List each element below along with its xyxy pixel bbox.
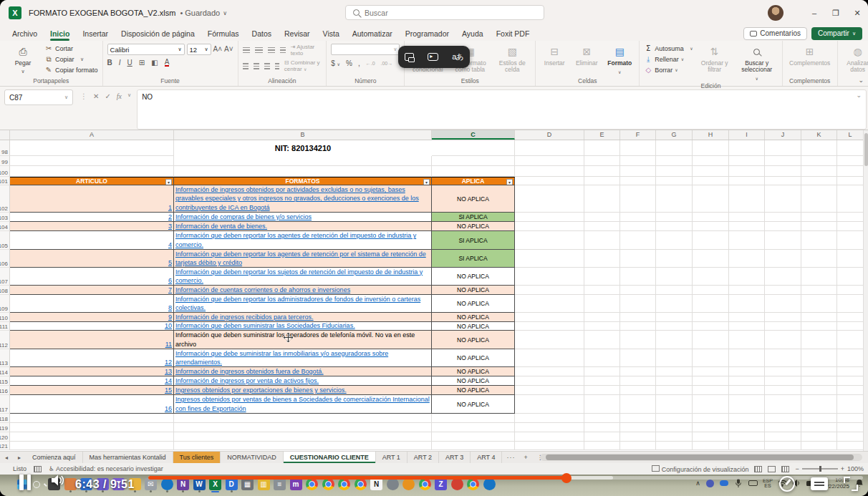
cell-L117[interactable] [837,395,864,414]
delete-cells-button[interactable]: ⊠Eliminar [572,44,602,67]
cell-F104[interactable] [620,222,656,231]
cell-I98[interactable] [729,140,765,156]
cell-D106[interactable] [515,250,584,268]
cell-K114[interactable] [801,367,837,376]
column-header-J[interactable]: J [765,130,801,140]
microphone-tray-icon[interactable] [734,479,743,488]
cell-G106[interactable] [656,250,693,268]
cell-I102[interactable] [729,185,765,213]
menu-tab-vista[interactable]: Vista [317,27,346,40]
cell-B105[interactable]: Información que deben reportar los agent… [174,231,432,250]
cell-A104[interactable]: 3 [10,222,174,231]
insert-cells-button[interactable]: ⊟Insertar [540,44,569,67]
zoom-out-button[interactable]: − [795,465,799,472]
cell-L111[interactable] [837,322,864,331]
format-link[interactable]: Información que deben reportar los admin… [175,295,430,312]
cell-I111[interactable] [729,322,765,331]
taskbar-icon-11[interactable]: W [193,478,206,490]
row-header-110[interactable]: 110 [0,313,10,322]
cell-B103[interactable]: Información de compras de bienes y/o ser… [174,213,432,222]
cell-G110[interactable] [656,313,693,322]
cell-F99[interactable] [620,156,656,166]
aplica-value[interactable]: SI APLICA [432,231,515,250]
cell-A111[interactable]: 10 [10,322,174,331]
cell-A102[interactable]: 1 [10,185,174,213]
menu-tab-datos[interactable]: Datos [246,27,278,40]
row-header-102[interactable]: 102 [0,185,10,213]
row-header-108[interactable]: 108 [0,286,10,295]
cell-L114[interactable] [837,367,864,376]
format-link[interactable]: Información que deben reportar los agent… [175,250,430,267]
zoom-slider[interactable] [802,468,838,470]
cell-K108[interactable] [801,286,837,295]
cell-J104[interactable] [765,222,801,231]
cell-D120[interactable] [515,432,584,442]
grow-font-button[interactable]: A˄ [213,44,223,54]
column-header-L[interactable]: L [837,130,864,140]
enter-entry-icon[interactable]: ✓ [105,92,110,100]
cell-B104[interactable]: Información de venta de bienes. [174,222,432,231]
cell-I106[interactable] [729,250,765,268]
cell-A113[interactable]: 12 [10,349,174,367]
insert-function-icon[interactable]: fx [117,92,122,100]
menu-tab-revisar[interactable]: Revisar [278,27,317,40]
cell-G117[interactable] [656,395,693,414]
cell-E117[interactable] [584,395,620,414]
saved-status[interactable]: • Guardado [180,9,220,17]
article-number-link[interactable]: 3 [168,223,172,230]
cell-L112[interactable] [837,331,864,349]
clear-button[interactable]: ◇Borrar ∨ [644,65,693,74]
browser-icon[interactable] [419,478,431,490]
find-select-button[interactable]: Buscar y seleccionar∨ [736,44,778,82]
column-header-C[interactable]: C [432,130,515,140]
indent-icon[interactable] [275,63,279,69]
cell-G107[interactable] [656,268,693,286]
cell-I114[interactable] [729,367,765,376]
borders-button[interactable]: ⊞ [139,59,145,67]
cell-E112[interactable] [584,331,620,349]
format-link[interactable]: Información que debe suministrar las inm… [175,349,430,366]
menu-tab-foxit-pdf[interactable]: Foxit PDF [490,27,536,40]
picture-in-picture-icon[interactable] [405,53,414,61]
row-header-107[interactable]: 107 [0,268,10,286]
video-clip-icon[interactable] [428,53,438,61]
saved-chevron-icon[interactable]: ∨ [223,10,227,16]
page-break-view-icon[interactable] [781,466,789,472]
article-number-link[interactable]: 2 [168,213,172,220]
cell-B108[interactable]: Información de cuentas corrientes o de a… [174,286,432,295]
article-number-link[interactable]: 11 [165,341,172,348]
cell-H101[interactable] [693,177,729,185]
cell-L98[interactable] [837,140,864,156]
minimize-button[interactable]: – [804,2,825,24]
sheet-tab-art-1[interactable]: ART 1 [376,452,408,463]
cell-I99[interactable] [729,156,765,166]
collapse-ribbon-icon[interactable]: ⌄ [858,77,864,84]
aplica-value[interactable]: NO APLICA [432,313,515,322]
taskbar-icon-14[interactable]: ▦ [241,478,254,490]
browser-icon[interactable] [467,478,479,490]
cell-J118[interactable] [765,414,801,423]
cell-L118[interactable] [837,414,864,423]
cell-I105[interactable] [729,231,765,250]
cell-G108[interactable] [656,286,693,295]
cell-J110[interactable] [765,313,801,322]
row-header-119[interactable]: 119 [0,423,10,432]
cell-J112[interactable] [765,331,801,349]
cell-H116[interactable] [693,386,729,395]
cell-L119[interactable] [837,423,864,432]
browser-icon[interactable] [338,478,350,490]
cell-I119[interactable] [729,423,765,432]
cell-I103[interactable] [729,213,765,222]
cell-J109[interactable] [765,295,801,313]
cell-F100[interactable] [620,166,656,177]
row-header-104[interactable]: 104 [0,222,10,231]
browser-icon[interactable] [355,478,367,490]
format-cells-button[interactable]: ▤Formato∨ [604,44,635,75]
fill-color-button[interactable]: ◧ [151,59,158,67]
cell-A106[interactable]: 5 [10,250,174,268]
cell-B118[interactable] [174,414,432,423]
taskbar-icon-17[interactable]: m [290,478,302,490]
cell-I110[interactable] [729,313,765,322]
cell-F101[interactable] [620,177,656,185]
cell-F119[interactable] [620,423,656,432]
